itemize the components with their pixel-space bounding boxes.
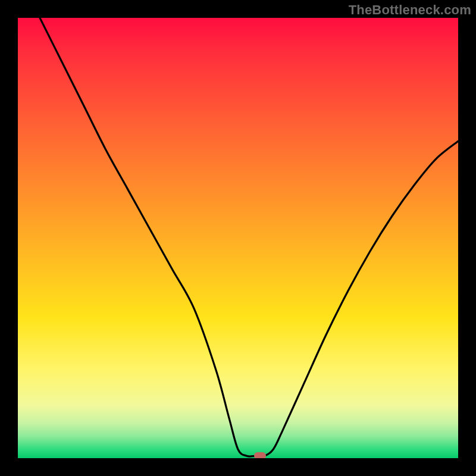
chart-frame: TheBottleneck.com	[0, 0, 476, 476]
watermark-text: TheBottleneck.com	[349, 2, 471, 18]
bottleneck-curve	[18, 18, 458, 458]
plot-area	[18, 18, 458, 458]
optimum-marker	[254, 452, 266, 458]
